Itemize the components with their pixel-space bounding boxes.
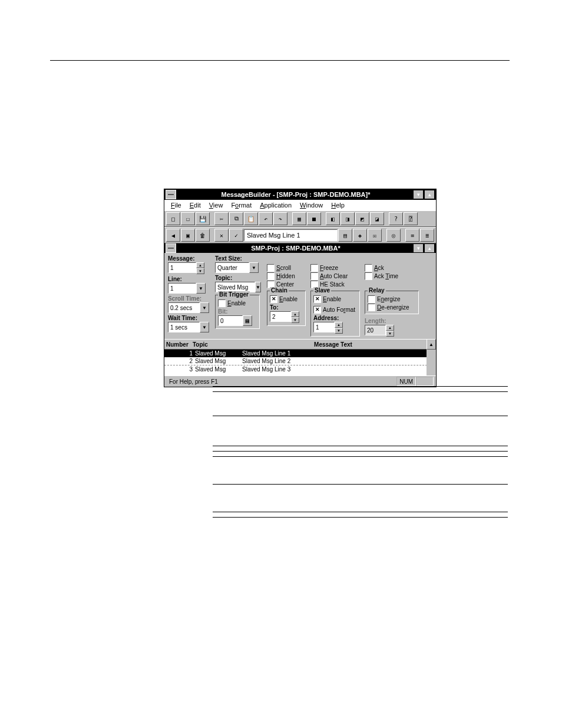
message-spin-down[interactable]: ▼	[196, 268, 204, 274]
chain-group: Chain ✕ Enable To: 2 ▲ ▼	[267, 291, 306, 326]
align-left-icon[interactable]: ≡	[405, 229, 419, 242]
message-spin-up[interactable]: ▲	[196, 262, 204, 268]
tool-icon-e[interactable]: ◩	[355, 212, 369, 225]
address-spin-down[interactable]: ▼	[335, 328, 343, 334]
document-title: SMP-Proj : SMP-DEMO.MBA*	[178, 245, 413, 252]
auto-format-checkbox[interactable]: ✕ Auto Format	[313, 305, 357, 314]
slave-label: Slave	[313, 287, 331, 294]
list-item[interactable]: 1 Slaved Msg Slaved Msg Line 1	[164, 350, 436, 357]
cut-icon[interactable]: ✂	[214, 212, 229, 225]
align-center-icon[interactable]: ≣	[420, 229, 434, 242]
tool-icon-b[interactable]: ■	[307, 212, 321, 225]
menu-help[interactable]: Help	[327, 202, 349, 209]
list-scroll-up-button[interactable]: ▲	[427, 339, 436, 350]
paste-icon[interactable]: 📋	[244, 212, 258, 225]
line-combo-button[interactable]: ▼	[196, 283, 206, 294]
line-label: Line:	[168, 276, 209, 282]
relay-label: Relay	[368, 287, 386, 294]
tool-icon-c[interactable]: ◧	[326, 212, 340, 225]
topic-combo-button[interactable]: ▼	[255, 282, 261, 292]
description-table	[213, 386, 508, 518]
menu-format[interactable]: Format	[227, 202, 256, 209]
relay-deenergize-checkbox[interactable]: De-energize	[368, 303, 416, 311]
address-input[interactable]: 1	[313, 322, 335, 332]
slave-group: Slave ✕ Enable ✕ Auto Format Address: 1 …	[310, 291, 360, 337]
context-help-icon[interactable]: ⍰	[404, 212, 418, 225]
list-scrollbar[interactable]	[427, 350, 436, 375]
tool-icon-d[interactable]: ◨	[340, 212, 355, 225]
length-spin-up[interactable]: ▲	[386, 325, 394, 331]
bit-trigger-label: Bit Trigger	[218, 291, 250, 298]
topic-label: Topic:	[215, 275, 261, 281]
copy-icon[interactable]: ⧉	[229, 212, 243, 225]
chain-to-input[interactable]: 2	[270, 311, 291, 322]
tool-icon-a[interactable]: ▦	[292, 212, 306, 225]
fmt-icon-b[interactable]: ◈	[353, 229, 367, 242]
slave-enable-checkbox[interactable]: ✕ Enable	[313, 295, 357, 303]
doc-maximize-button[interactable]: ▴	[424, 243, 435, 253]
tool-icon-f[interactable]: ◪	[370, 212, 384, 225]
bit-browse-button[interactable]: ▤	[243, 315, 252, 326]
save-icon[interactable]: 💾	[196, 212, 210, 225]
message-table: Message: 1 ▲ ▼ Line: 1 ▼ Scroll Time:	[164, 253, 436, 339]
menu-edit[interactable]: Edit	[186, 202, 205, 209]
format-toolbar: ◀ ▣ 🗑 ✕ ✓ Slaved Msg Line 1 ▤ ◈ ☒ ◎ ≡ ≣	[164, 227, 436, 243]
chain-enable-checkbox[interactable]: ✕ Enable	[270, 295, 303, 303]
minimize-button[interactable]: ▾	[413, 190, 424, 199]
accept-icon[interactable]: ✓	[229, 229, 243, 242]
undo-icon[interactable]: ↶	[259, 212, 273, 225]
fmt-icon-d[interactable]: ◎	[386, 229, 401, 242]
length-input: 20	[365, 325, 386, 335]
wait-time-combo-button[interactable]: ▼	[200, 322, 209, 332]
length-spin-down[interactable]: ▼	[386, 331, 394, 337]
text-size-combo[interactable]: Quarter	[215, 262, 249, 273]
menu-window[interactable]: Window	[296, 202, 327, 209]
scroll-checkbox[interactable]: Scroll	[267, 263, 305, 272]
text-size-label: Text Size:	[215, 255, 261, 262]
list-item[interactable]: 2 Slaved Msg Slaved Msg Line 2	[164, 357, 436, 365]
auto-clear-checkbox[interactable]: Auto Clear	[310, 272, 359, 280]
title-bar: MessageBuilder - [SMP-Proj : SMP-DEMO.MB…	[164, 189, 436, 200]
message-text-field[interactable]: Slaved Msg Line 1	[244, 229, 338, 241]
chain-to-spin-down[interactable]: ▼	[291, 317, 299, 323]
message-input[interactable]: 1	[168, 262, 196, 273]
redo-icon[interactable]: ↷	[273, 212, 287, 225]
bit-input[interactable]: 0	[218, 315, 243, 326]
chain-to-spin-up[interactable]: ▲	[291, 311, 299, 317]
help-icon[interactable]: ?	[389, 212, 403, 225]
menu-view[interactable]: View	[205, 202, 227, 209]
relay-energize-checkbox[interactable]: Energize	[368, 295, 416, 303]
messagebuilder-window: MessageBuilder - [SMP-Proj : SMP-DEMO.MB…	[164, 189, 437, 387]
system-menu-icon[interactable]	[166, 190, 176, 199]
new-icon[interactable]: □	[166, 212, 180, 225]
open-icon[interactable]: ☐	[181, 212, 195, 225]
line-input[interactable]: 1	[168, 283, 196, 294]
delete-record-icon[interactable]: 🗑	[196, 229, 210, 242]
bit-label: Bit:	[218, 308, 257, 315]
maximize-button[interactable]: ▴	[424, 190, 435, 199]
hidden-checkbox[interactable]: Hidden	[267, 272, 305, 280]
scroll-time-input[interactable]: 0.2 secs	[168, 302, 200, 313]
message-list[interactable]: 1 Slaved Msg Slaved Msg Line 1 2 Slaved …	[164, 350, 436, 375]
cancel-icon[interactable]: ✕	[214, 229, 229, 242]
text-size-combo-button[interactable]: ▼	[249, 262, 259, 273]
freeze-checkbox[interactable]: Freeze	[310, 263, 359, 272]
menu-application[interactable]: Application	[256, 202, 296, 209]
menu-file[interactable]: File	[167, 202, 186, 209]
list-item[interactable]: 3 Slaved Msg Slaved Msg Line 3	[164, 365, 436, 373]
fmt-icon-c[interactable]: ☒	[368, 229, 382, 242]
status-num-lock: NUM	[396, 377, 416, 386]
scroll-time-label: Scroll Time:	[168, 295, 209, 302]
message-list-header: Number Topic Message Text ▲	[164, 339, 436, 350]
doc-system-menu-icon[interactable]	[166, 243, 176, 253]
bit-trigger-enable-checkbox[interactable]: Enable	[218, 299, 257, 307]
ack-checkbox[interactable]: Ack	[365, 263, 418, 272]
scroll-time-combo-button[interactable]: ▼	[200, 302, 209, 313]
address-spin-up[interactable]: ▲	[335, 322, 343, 328]
wait-time-input[interactable]: 1 secs	[168, 322, 200, 332]
insert-icon-a[interactable]: ◀	[166, 229, 180, 242]
fmt-icon-a[interactable]: ▤	[338, 229, 352, 242]
insert-icon-b[interactable]: ▣	[181, 229, 195, 242]
doc-minimize-button[interactable]: ▾	[413, 243, 424, 253]
ack-time-checkbox[interactable]: Ack Time	[365, 272, 418, 280]
